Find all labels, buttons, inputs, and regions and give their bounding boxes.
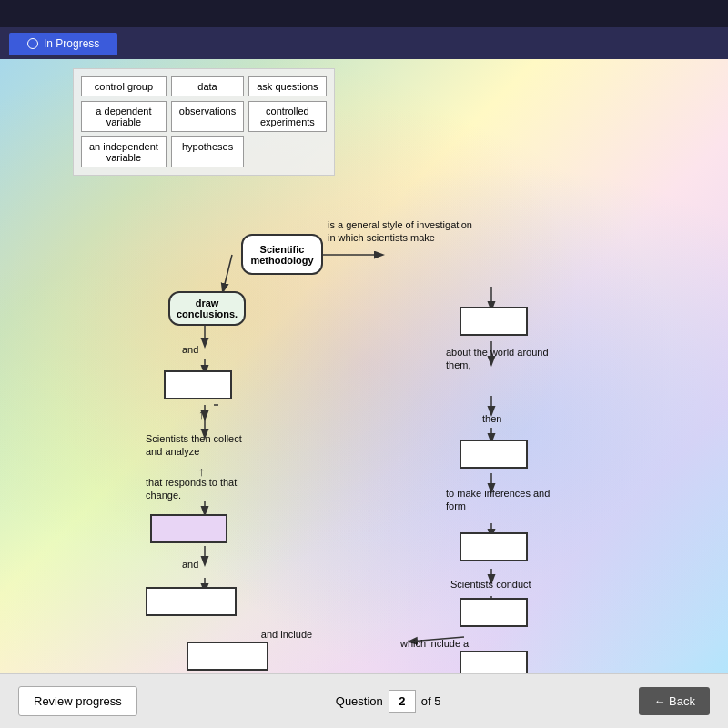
top-bar <box>0 0 728 27</box>
node-empty-left-1[interactable] <box>164 370 232 399</box>
review-progress-button[interactable]: Review progress <box>18 686 137 716</box>
node-empty-1[interactable] <box>460 307 528 336</box>
label-responds: that responds to that change. <box>146 476 246 502</box>
tile-dependent-variable[interactable]: a dependentvariable <box>81 101 167 132</box>
tile-independent-variable[interactable]: an independentvariable <box>81 136 167 167</box>
node-empty-2[interactable] <box>460 440 528 469</box>
node-draw-conclusions: draw conclusions. <box>168 291 246 326</box>
bottom-bar: Review progress Question 2 of 5 ← Back <box>0 673 728 728</box>
label-and-2: and <box>182 558 198 571</box>
label-and-include: and include <box>259 628 314 641</box>
node-empty-dep[interactable] <box>150 514 228 543</box>
label-then: then <box>482 412 501 425</box>
back-button[interactable]: ← Back <box>639 687 710 715</box>
tab-label: In Progress <box>44 37 99 50</box>
tile-controlled-experiments[interactable]: controlledexperiments <box>248 101 326 132</box>
tile-hypotheses[interactable]: hypotheses <box>171 136 244 167</box>
label-inferences: to make inferences and form <box>446 487 564 513</box>
label-is-general-style: is a general style of investigation in w… <box>328 218 473 245</box>
up-arrow-label: ↑ <box>198 407 205 421</box>
clock-icon <box>27 38 38 49</box>
label-which-include: which include a <box>400 637 473 650</box>
node-empty-3[interactable] <box>460 532 528 561</box>
node-empty-4[interactable] <box>460 598 528 627</box>
tile-data[interactable]: data <box>171 76 244 96</box>
question-navigation: Question 2 of 5 <box>336 690 441 713</box>
label-scientists-conduct: Scientists conduct <box>450 578 531 591</box>
tile-control-group[interactable]: control group <box>81 76 167 96</box>
concept-map: Scientific methodology is a general styl… <box>46 168 710 673</box>
label-and-1: and <box>182 343 198 356</box>
node-empty-bottom-left[interactable] <box>187 642 268 671</box>
tab-in-progress[interactable]: In Progress <box>9 33 117 55</box>
of-label: of 5 <box>421 694 441 708</box>
label-scientists-collect: Scientists then collect and analyze <box>146 432 246 459</box>
question-number: 2 <box>389 690 416 713</box>
main-content: control group data ask questions a depen… <box>0 59 728 673</box>
tile-observations[interactable]: observations <box>171 101 244 132</box>
node-scientific-methodology: Scientific methodology <box>241 234 323 275</box>
node-empty-indep[interactable] <box>146 587 237 616</box>
tile-ask-questions[interactable]: ask questions <box>248 76 326 96</box>
node-label-scientific: Scientific methodology <box>250 244 313 266</box>
toolbar: In Progress <box>0 27 728 59</box>
word-bank: control group data ask questions a depen… <box>73 68 335 176</box>
label-about-world: about the world around them, <box>446 346 564 372</box>
svg-line-10 <box>223 255 232 291</box>
question-label: Question <box>336 694 383 708</box>
label-draw-conclusions: draw conclusions. <box>177 298 238 319</box>
